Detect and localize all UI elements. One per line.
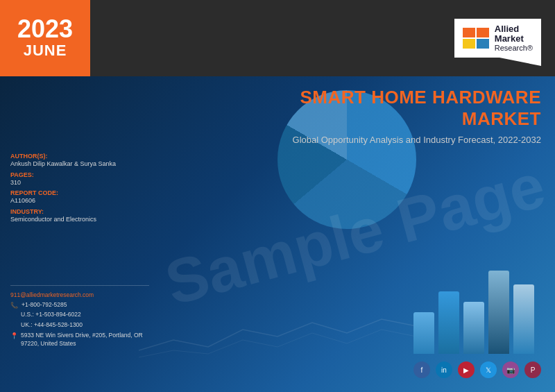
- pinterest-icon[interactable]: P: [524, 361, 541, 378]
- title-section: SMART HOME HARDWARE MARKET Global Opport…: [229, 87, 541, 147]
- social-icons-row: f in ▶ 𝕏 📷 P: [413, 361, 541, 378]
- month: JUNE: [24, 42, 67, 60]
- logo-line3: Research®: [495, 44, 533, 52]
- authors-label: AUTHOR(S):: [10, 153, 116, 160]
- bar-5: [513, 284, 534, 354]
- phone2-text: U.S.: +1-503-894-6022: [21, 311, 81, 319]
- youtube-icon[interactable]: ▶: [458, 361, 475, 378]
- facebook-icon[interactable]: f: [413, 361, 430, 378]
- twitter-icon[interactable]: 𝕏: [480, 361, 497, 378]
- year: 2023: [17, 17, 73, 42]
- industry-value: Semiconductor and Electronics: [10, 215, 116, 224]
- phone3-text: UK.: +44-845-528-1300: [21, 321, 83, 330]
- bar-2: [438, 291, 459, 354]
- industry-row: INDUSTRY: Semiconductor and Electronics: [10, 208, 116, 224]
- phone2-row: 📞 U.S.: +1-503-894-6022: [10, 311, 149, 319]
- contact-section: 911@alliedmarketresearch.com 📞 +1-800-79…: [10, 280, 149, 350]
- phone3-row: 📞 UK.: +44-845-528-1300: [10, 321, 149, 330]
- report-subtitle: Global Opportunity Analysis and Industry…: [229, 134, 541, 146]
- contact-divider: [10, 285, 149, 286]
- logo-line1: Allied: [495, 24, 533, 34]
- graph-lines-decoration: [139, 309, 416, 364]
- phone1-text: +1-800-792-5285: [22, 301, 67, 309]
- logo-flag-icon: [463, 28, 489, 49]
- address-text: 5933 NE Win Sivers Drive, #205, Portland…: [21, 332, 149, 348]
- pages-value: 310: [10, 178, 116, 187]
- chart-bars: [413, 271, 534, 354]
- authors-value: Ankush Dilip Kawalkar & Surya Sanka: [10, 160, 116, 169]
- phone-icon: 📞: [10, 302, 18, 309]
- report-code-value: A110606: [10, 196, 116, 205]
- instagram-icon[interactable]: 📷: [502, 361, 519, 378]
- date-block: 2023 JUNE: [0, 0, 90, 76]
- report-code-label: REPORT CODE:: [10, 189, 116, 196]
- info-panel: AUTHOR(S): Ankush Dilip Kawalkar & Surya…: [10, 153, 116, 226]
- bar-3: [463, 302, 484, 354]
- authors-row: AUTHOR(S): Ankush Dilip Kawalkar & Surya…: [10, 153, 116, 169]
- industry-label: INDUSTRY:: [10, 208, 116, 215]
- top-bar: 2023 JUNE Allied Market: [0, 0, 555, 76]
- linkedin-icon[interactable]: in: [436, 361, 452, 378]
- report-title: SMART HOME HARDWARE MARKET: [229, 87, 541, 130]
- phone1-row: 📞 +1-800-792-5285: [10, 301, 149, 309]
- logo-line2: Market: [495, 34, 533, 44]
- contact-email: 911@alliedmarketresearch.com: [10, 291, 149, 298]
- location-icon: 📍: [10, 332, 17, 339]
- bar-4: [488, 271, 509, 354]
- pages-row: PAGES: 310: [10, 171, 116, 187]
- page-wrapper: 2023 JUNE Allied Market: [0, 0, 555, 392]
- logo-area: Allied Market Research®: [90, 0, 555, 76]
- report-code-row: REPORT CODE: A110606: [10, 189, 116, 205]
- pages-label: PAGES:: [10, 171, 116, 178]
- logo-box: Allied Market Research®: [454, 19, 541, 58]
- logo-text-group: Allied Market Research®: [495, 24, 533, 53]
- bar-1: [413, 312, 434, 354]
- address-row: 📍 5933 NE Win Sivers Drive, #205, Portla…: [10, 332, 149, 348]
